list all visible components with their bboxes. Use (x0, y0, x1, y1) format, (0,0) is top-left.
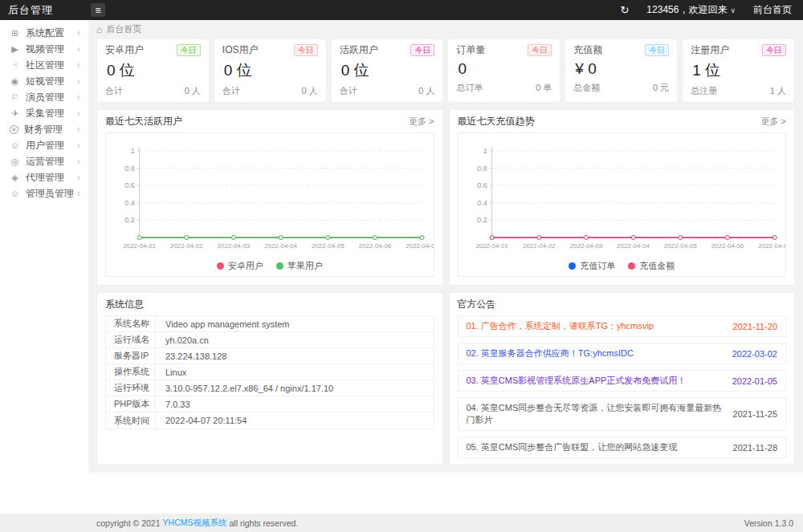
data-point (725, 236, 729, 240)
announcement-item[interactable]: 05. 英皇CMS同步整合广告联盟，让您的网站急速变现 2021-11-28 (458, 437, 787, 458)
panel-announcements: 官方公告 01. 广告合作，系统定制，请联系TG：yhcmsvip 2021-1… (449, 292, 796, 465)
sidebar-item-collect[interactable]: ✈ 采集管理 ‹ (0, 105, 88, 121)
sidebar-item-finance[interactable]: ¥ 财务管理 ‹ (0, 121, 88, 137)
chevron-left-icon: ‹ (77, 172, 80, 183)
y-tick-label: 0.6 (477, 181, 487, 189)
sidebar-item-agent[interactable]: ◈ 代理管理 ‹ (0, 169, 88, 185)
sidebar-item-user[interactable]: ☺ 用户管理 ‹ (0, 137, 88, 153)
legend-item[interactable]: 充值订单 (569, 260, 615, 272)
legend-dot-icon (217, 262, 224, 270)
announcement-item[interactable]: 04. 英皇CMS同步整合无尽等资源，让您安装即可拥有海量最新热门影片 2021… (458, 397, 787, 431)
chevron-left-icon: ‹ (77, 43, 80, 55)
flag-icon: ⚐ (10, 92, 20, 103)
user-icon: ☺ (10, 140, 20, 150)
sidebar-item-operation[interactable]: ◎ 运营管理 ‹ (0, 153, 88, 169)
chart-legend: 充值订单充值金额 (459, 255, 786, 276)
sidebar-item-label: 管理员管理 (26, 187, 74, 201)
more-link[interactable]: 更多 > (761, 116, 786, 128)
card-foot-label: 合计 (105, 85, 123, 97)
data-point (490, 236, 494, 240)
today-badge: 今日 (410, 44, 434, 56)
chart-active-users: 10.80.60.40.22022-04-012022-04-022022-04… (105, 132, 434, 277)
panel-active-users-chart: 最近七天活跃用户 更多 > 10.80.60.40.22022-04-01202… (96, 109, 443, 286)
legend-label: 充值订单 (580, 260, 615, 272)
sidebar-item-admin[interactable]: ☺ 管理员管理 ‹ (0, 185, 88, 201)
card-foot-value: 0 人 (418, 85, 434, 97)
card-value: 0 (458, 60, 552, 78)
announcement-item[interactable]: 01. 广告合作，系统定制，请联系TG：yhcmsvip 2021-11-20 (458, 315, 787, 337)
card-foot-label: 总订单 (456, 82, 483, 94)
announcement-item[interactable]: 02. 英皇服务器合作供应商！TG:yhcmsIDC 2022-03-02 (458, 343, 787, 364)
video-icon: ▶ (10, 44, 20, 55)
admin-icon: ☺ (10, 189, 20, 198)
chevron-left-icon: ‹ (77, 27, 80, 39)
footer: copyright © 2021 YHCMS视频系统 all rights re… (0, 514, 803, 532)
announcement-date: 2021-11-28 (733, 443, 777, 453)
menu-toggle-icon[interactable]: ≡ (91, 3, 105, 17)
legend-dot-icon (628, 262, 635, 270)
breadcrumb-label: 后台首页 (106, 23, 141, 35)
stat-card-orders: 订单量 今日 0 总订单 0 单 (447, 39, 560, 103)
front-home-link[interactable]: 前台首页 (753, 3, 792, 17)
user-menu[interactable]: 123456，欢迎回来 ∨ (646, 3, 736, 17)
y-tick-label: 1 (131, 147, 135, 155)
x-tick-label: 2022-04-02 (170, 242, 203, 250)
card-foot-label: 总注册 (691, 85, 717, 97)
data-point (373, 236, 377, 240)
chevron-left-icon: ‹ (77, 124, 80, 135)
chevron-left-icon: ‹ (77, 59, 80, 71)
card-value: ¥ 0 (575, 60, 669, 78)
card-value: 0 位 (341, 60, 435, 81)
topbar: 后台管理 ≡ ↻ 123456，欢迎回来 ∨ 前台首页 (0, 0, 803, 20)
card-value: 0 位 (224, 60, 318, 81)
y-tick-label: 0.8 (477, 164, 487, 173)
sidebar-item-short-video[interactable]: ◉ 短视管理 ‹ (0, 73, 88, 89)
sidebar-item-label: 采集管理 (26, 107, 64, 120)
data-point (584, 236, 588, 240)
footer-brand-link[interactable]: YHCMS视频系统 (163, 518, 227, 529)
announcement-date: 2022-01-05 (732, 376, 777, 386)
legend-item[interactable]: 苹果用户 (276, 260, 323, 272)
data-point (232, 236, 236, 240)
version-label: Version 1.3.0 (744, 518, 793, 528)
x-tick-label: 2022-04-01 (475, 242, 508, 250)
data-point (185, 236, 189, 240)
legend-item[interactable]: 安卓用户 (217, 260, 263, 272)
more-link[interactable]: 更多 > (409, 116, 434, 128)
data-point (326, 236, 330, 240)
sidebar: ⊞ 系统配置 ‹ ▶ 视频管理 ‹ ☝ 社区管理 ‹ ◉ 短视管理 ‹ ⚐ 演员… (0, 20, 88, 514)
legend-item[interactable]: 充值金额 (628, 260, 675, 272)
breadcrumb[interactable]: ⌂ 后台首页 (96, 20, 795, 39)
card-title: 充值额 (573, 43, 602, 57)
announcement-date: 2021-11-20 (733, 322, 777, 331)
short-video-icon: ◉ (10, 76, 20, 87)
welcome-text: 123456，欢迎回来 (646, 3, 727, 17)
sidebar-item-community[interactable]: ☝ 社区管理 ‹ (0, 57, 88, 73)
today-badge: 今日 (177, 44, 201, 56)
chevron-left-icon: ‹ (77, 91, 80, 103)
legend-dot-icon (569, 262, 576, 270)
legend-dot-icon (276, 262, 283, 270)
y-tick-label: 0.2 (124, 216, 134, 224)
stat-card-android-users: 安卓用户 今日 0 位 合计 0 人 (96, 39, 210, 103)
app-title: 后台管理 (0, 3, 84, 18)
table-row: 操作系统 Linux (106, 364, 434, 380)
home-icon: ⌂ (96, 24, 102, 35)
sidebar-item-label: 社区管理 (26, 59, 64, 72)
announcement-item[interactable]: 03. 英皇CMS影视管理系统原生APP正式发布免费试用！ 2022-01-05 (458, 370, 787, 392)
announcement-text: 02. 英皇服务器合作供应商！TG:yhcmsIDC (467, 347, 634, 359)
y-tick-label: 0.4 (477, 199, 487, 207)
data-point (536, 236, 540, 240)
chevron-left-icon: ‹ (77, 188, 80, 199)
refresh-icon[interactable]: ↻ (620, 4, 629, 16)
chevron-down-icon: ∨ (730, 6, 736, 14)
x-tick-label: 2022-04-06 (359, 242, 392, 250)
sidebar-item-system-config[interactable]: ⊞ 系统配置 ‹ (0, 25, 88, 41)
agent-icon: ◈ (10, 173, 20, 183)
legend-label: 充值金额 (639, 260, 675, 272)
sidebar-item-actor[interactable]: ⚐ 演员管理 ‹ (0, 89, 88, 105)
x-tick-label: 2022-04-07 (406, 242, 433, 250)
card-foot-label: 总金额 (573, 82, 600, 94)
x-tick-label: 2022-04-03 (569, 242, 602, 250)
sidebar-item-video[interactable]: ▶ 视频管理 ‹ (0, 41, 88, 57)
